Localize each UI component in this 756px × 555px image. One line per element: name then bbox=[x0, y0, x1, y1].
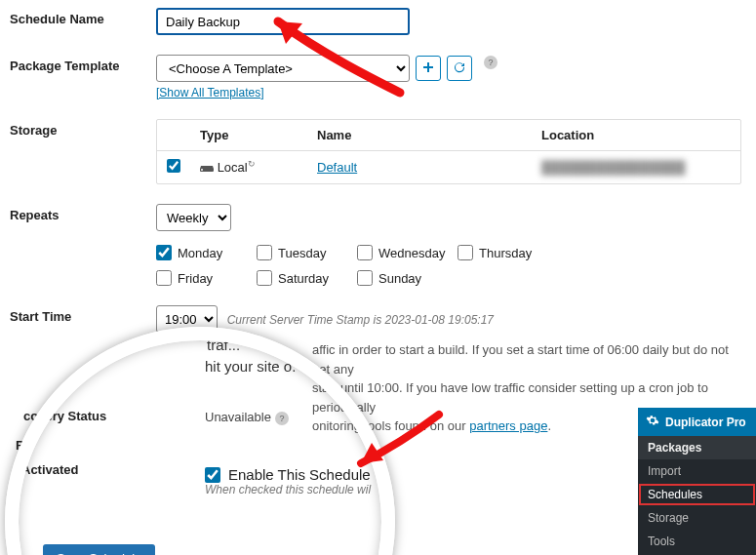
storage-label: Storage bbox=[10, 119, 156, 138]
repeats-select[interactable]: Weekly bbox=[156, 204, 231, 231]
day-label: Monday bbox=[178, 246, 222, 260]
day-sunday-checkbox[interactable] bbox=[357, 270, 373, 286]
drive-icon bbox=[200, 160, 218, 175]
duplicator-pro-panel: Duplicator Pro Packages Import Schedules… bbox=[638, 408, 756, 555]
activated-label: Activated bbox=[21, 462, 79, 477]
recovery-prefix: R bbox=[16, 438, 24, 453]
add-template-button[interactable] bbox=[416, 56, 441, 81]
panel-title: Duplicator Pro bbox=[665, 416, 746, 429]
day-label: Friday bbox=[178, 271, 213, 286]
schedule-name-label: Schedule Name bbox=[10, 8, 156, 26]
enable-schedule-hint: When checked this schedule wil bbox=[205, 483, 371, 496]
package-template-select[interactable]: <Choose A Template> bbox=[156, 55, 410, 82]
storage-table: Type Name Location Local↻ Default ██████… bbox=[156, 119, 741, 184]
panel-item-schedules[interactable]: Schedules bbox=[638, 483, 756, 506]
panel-item-storage[interactable]: Storage bbox=[638, 506, 756, 530]
storage-col-location: Location bbox=[541, 128, 731, 142]
storage-name-link[interactable]: Default bbox=[317, 160, 357, 175]
start-time-label: Start Time bbox=[10, 305, 156, 324]
fragment-text: traf... bbox=[207, 337, 240, 353]
storage-type-label: Local bbox=[218, 160, 248, 175]
refresh-icon bbox=[454, 61, 465, 76]
day-saturday-checkbox[interactable] bbox=[257, 270, 272, 286]
enable-schedule-label: Enable This Schedule bbox=[228, 466, 371, 483]
fragment-text: hit your site o. bbox=[205, 358, 296, 375]
note-text: onitoring tools found on our bbox=[312, 418, 469, 433]
refresh-sup-icon: ↻ bbox=[248, 159, 256, 169]
table-row: Local↻ Default ████████████████ bbox=[157, 151, 740, 183]
day-label: Wednesday bbox=[378, 246, 445, 260]
save-schedule-button[interactable]: Save Schedule bbox=[43, 544, 155, 555]
help-icon[interactable]: ? bbox=[484, 56, 497, 69]
day-wednesday-checkbox[interactable] bbox=[357, 245, 373, 260]
day-monday-checkbox[interactable] bbox=[156, 245, 172, 260]
gear-icon bbox=[646, 414, 659, 430]
day-thursday-checkbox[interactable] bbox=[458, 245, 473, 260]
day-label: Tuesday bbox=[278, 246, 326, 260]
storage-col-name: Name bbox=[317, 128, 541, 142]
recovery-status-value: Unavailable? bbox=[205, 410, 289, 425]
day-tuesday-checkbox[interactable] bbox=[257, 245, 272, 260]
day-friday-checkbox[interactable] bbox=[156, 270, 172, 286]
panel-item-import[interactable]: Import bbox=[638, 459, 756, 483]
refresh-template-button[interactable] bbox=[447, 56, 472, 81]
day-label: Thursday bbox=[479, 246, 532, 260]
package-template-label: Package Template bbox=[10, 55, 156, 73]
recovery-status-label: covery Status bbox=[23, 409, 106, 423]
storage-col-type: Type bbox=[200, 128, 317, 142]
panel-header[interactable]: Duplicator Pro bbox=[638, 408, 756, 436]
enable-schedule-checkbox[interactable] bbox=[205, 467, 220, 483]
panel-item-tools[interactable]: Tools bbox=[638, 530, 756, 553]
schedule-name-input[interactable] bbox=[156, 8, 410, 35]
help-icon[interactable]: ? bbox=[275, 412, 289, 425]
repeats-label: Repeats bbox=[10, 204, 156, 222]
start-time-select[interactable]: 19:00 bbox=[156, 305, 218, 333]
note-text: affic in order to start a build. If you … bbox=[312, 342, 729, 377]
storage-row-checkbox[interactable] bbox=[167, 159, 180, 173]
show-all-templates-link[interactable]: [Show All Templates] bbox=[156, 86, 264, 99]
plus-icon bbox=[422, 61, 434, 76]
storage-location-value: ████████████████ bbox=[541, 160, 731, 175]
day-label: Saturday bbox=[278, 271, 329, 286]
panel-section: Packages bbox=[638, 436, 756, 459]
server-time-hint: Current Server Time Stamp is 2023-01-08 … bbox=[227, 313, 494, 327]
day-label: Sunday bbox=[378, 271, 421, 286]
partners-page-link[interactable]: partners page bbox=[469, 418, 547, 433]
